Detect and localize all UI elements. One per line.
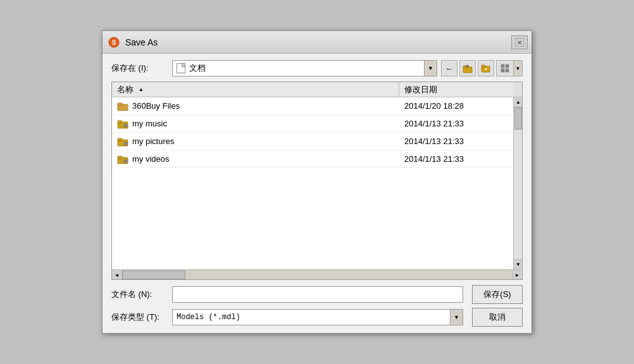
col-date-cell: 2014/1/13 21:33 (399, 135, 513, 148)
file-name: 360Buy Files (132, 101, 180, 111)
file-list-body: 360Buy Files 2014/1/20 18:28 my music 20… (112, 97, 513, 269)
svg-rect-11 (501, 69, 504, 72)
scroll-track[interactable] (514, 107, 522, 259)
scroll-up-button[interactable]: ▲ (514, 97, 522, 107)
horiz-scroll-track[interactable] (122, 270, 512, 279)
location-doc-icon (177, 63, 185, 73)
col-name-label: 名称 (117, 84, 134, 95)
location-arrow-icon[interactable]: ▼ (424, 61, 437, 76)
file-icon (117, 118, 128, 130)
filetype-label: 保存类型 (T): (111, 312, 168, 323)
svg-rect-14 (118, 103, 122, 106)
file-icon (117, 100, 128, 112)
save-as-dialog: S Save As ✕ 保存在 (I): 文档 ▼ ← (102, 30, 532, 334)
file-name: my pictures (132, 136, 174, 146)
toolbar-buttons: ← + (441, 60, 523, 76)
svg-rect-23 (124, 160, 127, 162)
filename-label: 文件名 (N): (111, 289, 168, 300)
cancel-button-area: 取消 (472, 308, 523, 327)
svg-rect-9 (501, 64, 504, 68)
file-list-body-row: 360Buy Files 2014/1/20 18:28 my music 20… (112, 97, 522, 269)
horizontal-scrollbar[interactable]: ◄ ► (112, 269, 522, 279)
new-folder-button[interactable]: + (478, 60, 494, 76)
location-current-folder: 文档 (189, 63, 206, 74)
location-label: 保存在 (I): (111, 63, 168, 74)
file-name: my videos (132, 154, 170, 164)
col-name-cell: my videos (112, 152, 399, 167)
dialog-body: 保存在 (I): 文档 ▼ ← (103, 54, 531, 333)
location-row: 保存在 (I): 文档 ▼ ← (111, 60, 523, 76)
file-list-container: 名称 ▲ 修改日期 360Buy Files 2014/1/20 (111, 82, 523, 280)
file-icon (117, 136, 128, 147)
dialog-title: Save As (125, 37, 526, 47)
svg-text:S: S (112, 39, 116, 46)
view-dropdown-arrow-icon[interactable]: ▼ (513, 61, 522, 76)
sort-arrow-icon: ▲ (139, 87, 144, 92)
scrollbar-header-spacer (513, 82, 522, 97)
svg-rect-19 (118, 138, 122, 141)
col-name-header: 名称 ▲ (112, 82, 399, 97)
close-button[interactable]: ✕ (511, 35, 528, 49)
col-date-header: 修改日期 (399, 82, 513, 97)
col-name-cell: 360Buy Files (112, 99, 399, 114)
scroll-right-button[interactable]: ► (512, 270, 522, 280)
view-main-icon (497, 61, 513, 76)
view-options-button[interactable]: ▼ (496, 60, 523, 76)
filetype-arrow-icon[interactable]: ▼ (450, 310, 463, 325)
col-date-cell: 2014/1/13 21:33 (399, 117, 513, 130)
bottom-section: 文件名 (N): 保存(S) 保存类型 (T): Models (*.mdl) … (111, 285, 523, 327)
svg-text:✕: ✕ (517, 39, 522, 46)
location-dropdown[interactable]: 文档 ▼ (172, 60, 437, 76)
table-row[interactable]: my music 2014/1/13 21:33 (112, 115, 513, 133)
col-date-cell: 2014/1/13 21:33 (399, 152, 513, 166)
cancel-button[interactable]: 取消 (472, 308, 523, 327)
title-bar: S Save As ✕ (103, 31, 531, 54)
up-folder-button[interactable] (459, 60, 476, 76)
svg-rect-17 (124, 124, 127, 127)
filetype-row: 保存类型 (T): Models (*.mdl) ▼ 取消 (111, 308, 523, 327)
col-name-cell: my music (112, 116, 399, 131)
file-name: my music (132, 119, 167, 128)
svg-rect-12 (506, 69, 509, 72)
scroll-down-button[interactable]: ▼ (514, 259, 522, 269)
dialog-icon: S (108, 36, 120, 49)
svg-text:+: + (485, 66, 488, 72)
svg-rect-16 (118, 121, 122, 123)
scroll-thumb[interactable] (514, 107, 522, 130)
svg-rect-10 (506, 64, 509, 68)
vertical-scrollbar[interactable]: ▲ ▼ (513, 97, 522, 269)
save-button[interactable]: 保存(S) (472, 285, 523, 304)
horiz-scroll-thumb[interactable] (122, 270, 185, 279)
filetype-dropdown[interactable]: Models (*.mdl) ▼ (172, 309, 463, 325)
filename-input[interactable] (172, 286, 463, 303)
filename-row: 文件名 (N): 保存(S) (111, 285, 523, 304)
file-icon (117, 154, 128, 165)
table-row[interactable]: my videos 2014/1/13 21:33 (112, 150, 513, 168)
filetype-value: Models (*.mdl) (177, 313, 450, 322)
file-list-header: 名称 ▲ 修改日期 (112, 82, 522, 97)
col-name-cell: my pictures (112, 134, 399, 149)
scroll-left-button[interactable]: ◄ (112, 270, 122, 280)
svg-rect-20 (124, 142, 127, 145)
right-buttons: 保存(S) (472, 285, 523, 304)
svg-rect-22 (118, 156, 122, 159)
col-date-label: 修改日期 (404, 84, 437, 95)
col-date-cell: 2014/1/20 18:28 (399, 99, 513, 112)
table-row[interactable]: my pictures 2014/1/13 21:33 (112, 133, 513, 150)
location-select-inner: 文档 (177, 63, 424, 74)
table-row[interactable]: 360Buy Files 2014/1/20 18:28 (112, 97, 513, 115)
back-button[interactable]: ← (441, 60, 457, 76)
